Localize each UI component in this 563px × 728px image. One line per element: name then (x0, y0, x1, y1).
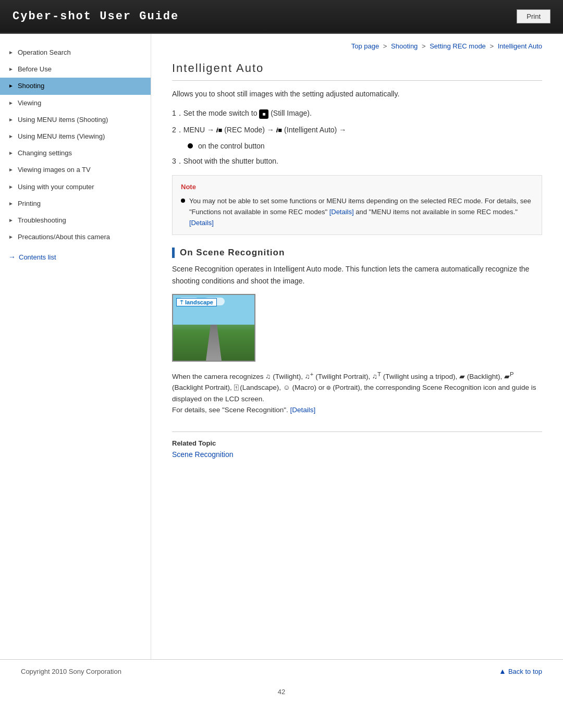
arrow-icon: ► (8, 183, 14, 191)
twilight-tripod-icon: ♫T (372, 373, 381, 380)
scene-desc-text: When the camera recognizes ♫ (Twilight),… (172, 369, 542, 416)
breadcrumb-sep: > (383, 42, 389, 50)
sidebar-item-before-use[interactable]: ► Before Use (0, 61, 151, 78)
ia-icon-2: i■ (276, 124, 282, 137)
step-2-text: 2．MENU → i■ (REC Mode) → i■ (Intelligent… (172, 126, 346, 134)
note-details-link-1[interactable]: [Details] (329, 208, 354, 216)
sub-step-text: on the control button (198, 140, 265, 153)
app-title: Cyber-shot User Guide (13, 10, 179, 23)
sidebar-label: Operation Search (18, 48, 71, 57)
section-bar-icon (172, 248, 175, 258)
backlight-icon: ▰ (459, 373, 465, 380)
sidebar-item-operation-search[interactable]: ► Operation Search (0, 44, 151, 61)
breadcrumb-rec-mode[interactable]: Setting REC mode (430, 42, 486, 50)
sidebar-label: Using MENU items (Viewing) (18, 132, 105, 141)
step-2-sub: on the control button (172, 140, 542, 153)
breadcrumb-shooting[interactable]: Shooting (391, 42, 418, 50)
sidebar-label: Using with your computer (18, 182, 94, 192)
main-content: Top page > Shooting > Setting REC mode >… (151, 34, 563, 659)
arrow-icon: ► (8, 150, 14, 157)
related-topic: Related Topic Scene Recognition (172, 431, 542, 459)
step-1: 1．Set the mode switch to ■ (Still Image)… (172, 107, 542, 120)
ia-icon-1: i■ (216, 124, 222, 137)
page-layout: ► Operation Search ► Before Use ► Shooti… (0, 34, 563, 659)
bullet-icon (188, 143, 193, 149)
sidebar-item-printing[interactable]: ► Printing (0, 195, 151, 212)
sidebar-item-troubleshooting[interactable]: ► Troubleshooting (0, 212, 151, 229)
sidebar-label: Shooting (18, 81, 44, 91)
arrow-icon: ► (8, 49, 14, 56)
section-title-text: On Scene Recognition (180, 248, 285, 258)
still-image-icon: ■ (259, 109, 268, 119)
sidebar-item-viewing-tv[interactable]: ► Viewing images on a TV (0, 162, 151, 178)
sidebar-label: Viewing (18, 98, 41, 108)
sidebar-item-menu-shooting[interactable]: ► Using MENU items (Shooting) (0, 112, 151, 128)
sidebar-label: Before Use (18, 65, 52, 74)
contents-list-link[interactable]: → Contents list (0, 248, 151, 266)
macro-icon: ☺ (283, 384, 290, 391)
sidebar-item-precautions[interactable]: ► Precautions/About this camera (0, 229, 151, 245)
note-box: Note You may not be able to set some fun… (172, 175, 542, 235)
page-title: Intelligent Auto (172, 61, 542, 81)
note-title: Note (181, 182, 533, 193)
related-link[interactable]: Scene Recognition (172, 450, 234, 459)
portrait-icon: ☸ (326, 384, 331, 391)
sidebar-label: Changing settings (18, 149, 72, 158)
arrow-icon: ► (8, 133, 14, 140)
note-bullet-icon (181, 199, 185, 203)
breadcrumb-sep: > (422, 42, 427, 50)
breadcrumb-top[interactable]: Top page (351, 42, 380, 50)
sidebar-label: Using MENU items (Shooting) (18, 115, 108, 125)
sidebar: ► Operation Search ► Before Use ► Shooti… (0, 34, 151, 659)
step-1-text: 1．Set the mode switch to ■ (Still Image)… (172, 109, 312, 117)
arrow-icon: ► (8, 66, 14, 73)
backlight-portrait-icon: ▰P (504, 373, 514, 380)
landscape-icon: ⍐ (234, 384, 238, 391)
related-label: Related Topic (172, 439, 542, 447)
note-text: You may not be able to set some function… (189, 196, 533, 228)
footer: Copyright 2010 Sony Corporation ▲ Back t… (0, 659, 563, 683)
sidebar-label: Printing (18, 199, 41, 208)
arrow-icon: ► (8, 82, 14, 90)
sidebar-item-viewing[interactable]: ► Viewing (0, 95, 151, 112)
scene-image-bg: ⍑ landscape (173, 295, 254, 361)
arrow-icon: ► (8, 116, 14, 124)
sidebar-item-shooting[interactable]: ► Shooting (0, 78, 151, 94)
twilight-icon: ♫ (265, 373, 271, 380)
note-details-link-2[interactable]: [Details] (189, 219, 214, 227)
breadcrumb: Top page > Shooting > Setting REC mode >… (172, 42, 542, 52)
back-to-top-icon: ▲ (499, 667, 506, 675)
sidebar-label: Precautions/About this camera (18, 232, 110, 242)
right-arrow-icon: → (8, 253, 16, 261)
arrow-icon: ► (8, 233, 14, 241)
arrow-icon: ► (8, 217, 14, 224)
breadcrumb-intelligent-auto[interactable]: Intelligent Auto (498, 42, 542, 50)
sidebar-item-changing-settings[interactable]: ► Changing settings (0, 145, 151, 162)
arrow-icon: ► (8, 100, 14, 107)
contents-link-label: Contents list (19, 253, 56, 261)
twilight-portrait-icon: ♫+ (305, 373, 314, 380)
page-number: 42 (0, 683, 563, 701)
back-to-top-label: Back to top (508, 668, 542, 675)
print-button[interactable]: Print (517, 9, 550, 23)
sidebar-item-computer[interactable]: ► Using with your computer (0, 179, 151, 195)
breadcrumb-sep: > (489, 42, 495, 50)
scene-details-link[interactable]: [Details] (290, 406, 315, 414)
back-to-top-link[interactable]: ▲ Back to top (499, 667, 542, 675)
arrow-icon: ► (8, 200, 14, 207)
landscape-tag: ⍑ landscape (176, 298, 217, 306)
sidebar-label: Viewing images on a TV (18, 165, 91, 175)
scene-recognition-image: ⍑ landscape (172, 294, 255, 362)
step-3-text: 3．Shoot with the shutter button. (172, 157, 278, 165)
road (206, 325, 222, 361)
step-3: 3．Shoot with the shutter button. (172, 155, 542, 168)
header: Cyber-shot User Guide Print (0, 0, 563, 34)
sidebar-item-menu-viewing[interactable]: ► Using MENU items (Viewing) (0, 128, 151, 145)
steps-list: 1．Set the mode switch to ■ (Still Image)… (172, 107, 542, 168)
arrow-icon: ► (8, 166, 14, 174)
sidebar-label: Troubleshooting (18, 216, 66, 225)
note-item: You may not be able to set some function… (181, 196, 533, 228)
scene-intro-text: Scene Recognition operates in Intelligen… (172, 263, 542, 287)
intro-text: Allows you to shoot still images with th… (172, 88, 542, 100)
step-2: 2．MENU → i■ (REC Mode) → i■ (Intelligent… (172, 124, 542, 137)
